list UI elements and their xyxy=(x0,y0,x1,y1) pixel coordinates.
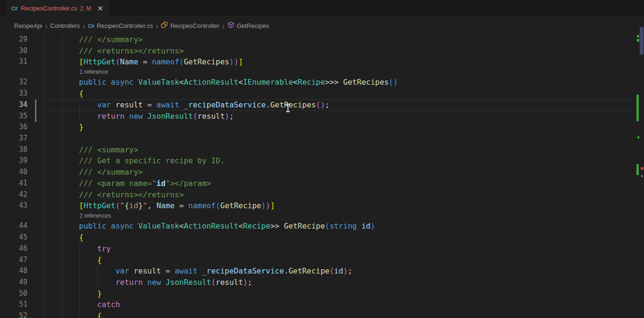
breadcrumb-separator-icon: › xyxy=(83,21,85,30)
breadcrumb-separator-icon: › xyxy=(222,21,225,30)
code-editor: 29 /// </summary>30 /// <returns></retur… xyxy=(0,34,635,318)
code-text: catch xyxy=(27,299,120,310)
code-line[interactable]: 37 xyxy=(0,133,635,144)
code-line[interactable]: 50 } xyxy=(0,288,635,300)
code-text: } xyxy=(27,122,84,133)
code-line[interactable]: 49 return new JsonResult(result); xyxy=(0,277,635,288)
indent-guide xyxy=(97,265,98,288)
code-line[interactable]: 31 [HttpGet(Name = nameof(GetRecipes))] xyxy=(0,56,635,68)
code-line[interactable]: 44 public async ValueTask<ActionResult<R… xyxy=(0,221,635,232)
code-line[interactable]: 41 /// <param name="id"></param> xyxy=(0,178,635,189)
line-number[interactable]: 45 xyxy=(0,232,27,243)
code-line[interactable]: 35 return new JsonResult(result); xyxy=(0,111,635,122)
line-number[interactable]: 37 xyxy=(0,133,27,144)
code-line[interactable]: 32 public async ValueTask<ActionResult<I… xyxy=(0,77,635,88)
scrollbar-thumb[interactable] xyxy=(640,27,644,54)
code-text: [HttpGet("{id}", Name = nameof(GetRecipe… xyxy=(27,200,275,212)
code-text: /// <param name="id"></param> xyxy=(27,178,211,189)
overview-ruler-mark xyxy=(637,35,639,37)
indent-guide xyxy=(79,243,80,318)
code-text: return new JsonResult(result); xyxy=(27,111,234,122)
breadcrumb-item-getrecipes[interactable]: GetRecipes xyxy=(227,21,269,30)
gutter-modified-indicator xyxy=(35,99,36,122)
line-number[interactable]: 38 xyxy=(0,144,27,156)
line-number[interactable]: 36 xyxy=(0,122,27,133)
breadcrumb-label: GetRecipes xyxy=(237,22,269,29)
code-text: { xyxy=(27,232,84,243)
breadcrumb-item-recipescontroller[interactable]: RecipesController xyxy=(161,21,219,30)
tab-title: RecipesController.cs xyxy=(21,5,77,12)
method-icon xyxy=(227,21,235,30)
breadcrumb-label: RecipesController.cs xyxy=(96,22,153,29)
line-number[interactable]: 42 xyxy=(0,189,27,201)
codelens-label[interactable]: 2 references xyxy=(0,212,635,221)
line-number[interactable]: 50 xyxy=(0,288,27,300)
code-text: var result = await _recipeDataService.Ge… xyxy=(27,99,330,111)
line-number[interactable]: 40 xyxy=(0,167,27,178)
code-text: /// Get a specific recipe by ID. xyxy=(27,155,225,167)
code-line[interactable]: 46 try xyxy=(0,243,635,255)
code-line[interactable]: 39 /// Get a specific recipe by ID. xyxy=(0,155,635,167)
line-number[interactable]: 31 xyxy=(0,56,27,68)
line-number[interactable]: 33 xyxy=(0,88,27,99)
overview-ruler-mark xyxy=(641,175,643,177)
code-line[interactable]: 52 { xyxy=(0,310,635,318)
code-line[interactable]: 51 catch xyxy=(0,299,635,310)
breadcrumb-label: RecipeApi xyxy=(14,22,42,29)
line-number[interactable]: 39 xyxy=(0,155,27,167)
breadcrumb-label: RecipesController xyxy=(170,22,219,29)
code-text: { xyxy=(27,88,84,99)
line-number[interactable]: 29 xyxy=(0,34,27,45)
indent-guide xyxy=(62,34,62,318)
line-number[interactable]: 41 xyxy=(0,178,27,189)
breadcrumb-label: Controllers xyxy=(50,22,80,29)
code-line[interactable]: 30 /// <returns></returns> xyxy=(0,45,635,57)
code-line[interactable]: 33 { xyxy=(0,88,635,99)
code-text: public async ValueTask<ActionResult<Reci… xyxy=(27,221,375,232)
line-number[interactable]: 49 xyxy=(0,277,27,288)
breadcrumb: RecipeApi›Controllers›C#RecipesControlle… xyxy=(0,17,644,34)
breadcrumb-item-recipeapi[interactable]: RecipeApi xyxy=(14,22,42,29)
overview-ruler-mark xyxy=(636,164,639,175)
code-text: { xyxy=(27,310,102,318)
line-number[interactable]: 52 xyxy=(0,310,27,318)
code-text: } xyxy=(27,288,102,300)
line-number[interactable]: 44 xyxy=(0,221,27,232)
close-icon[interactable]: ✕ xyxy=(97,5,104,12)
code-line[interactable]: 40 /// </summary> xyxy=(0,167,635,178)
breadcrumb-item-controllers[interactable]: Controllers xyxy=(50,22,80,29)
breadcrumb-item-recipescontroller-cs[interactable]: C#RecipesController.cs xyxy=(88,22,153,29)
code-line[interactable]: 45 { xyxy=(0,232,635,243)
code-text: [HttpGet(Name = nameof(GetRecipes))] xyxy=(27,56,243,68)
code-text: public async ValueTask<ActionResult<IEnu… xyxy=(27,77,398,88)
code-text: return new JsonResult(result); xyxy=(27,277,252,288)
line-number[interactable]: 43 xyxy=(0,200,27,212)
line-number[interactable]: 46 xyxy=(0,243,27,255)
code-line[interactable]: 42 /// <returns></returns> xyxy=(0,189,635,201)
code-line[interactable]: 34 var result = await _recipeDataService… xyxy=(0,99,635,111)
code-line[interactable]: 36 } xyxy=(0,122,635,133)
class-icon xyxy=(161,21,168,30)
line-number[interactable]: 35 xyxy=(0,111,27,122)
code-line[interactable]: 47 { xyxy=(0,255,635,266)
code-line[interactable]: 48 var result = await _recipeDataService… xyxy=(0,265,635,277)
csharp-file-icon: C# xyxy=(11,6,17,11)
overview-ruler-mark xyxy=(637,39,639,42)
line-number[interactable]: 32 xyxy=(0,77,27,88)
code-text: /// <returns></returns> xyxy=(27,189,184,201)
tab-recipescontroller[interactable]: C# RecipesController.cs 2, M ✕ xyxy=(7,0,109,17)
codelens-label[interactable]: 1 reference xyxy=(0,68,635,77)
line-number[interactable]: 30 xyxy=(0,45,27,57)
line-number[interactable]: 48 xyxy=(0,265,27,277)
csharp-file-icon: C# xyxy=(88,22,94,29)
breadcrumb-separator-icon: › xyxy=(156,21,158,30)
code-line[interactable]: 38 /// <summary> xyxy=(0,144,635,156)
code-line[interactable]: 43 [HttpGet("{id}", Name = nameof(GetRec… xyxy=(0,200,635,212)
code-text: /// <returns></returns> xyxy=(27,45,184,57)
line-number[interactable]: 34 xyxy=(0,99,27,111)
overview-ruler-mark xyxy=(641,167,644,170)
line-number[interactable]: 51 xyxy=(0,299,27,310)
code-line[interactable]: 29 /// </summary> xyxy=(0,34,635,45)
overview-ruler-mark xyxy=(636,95,639,121)
line-number[interactable]: 47 xyxy=(0,255,27,266)
